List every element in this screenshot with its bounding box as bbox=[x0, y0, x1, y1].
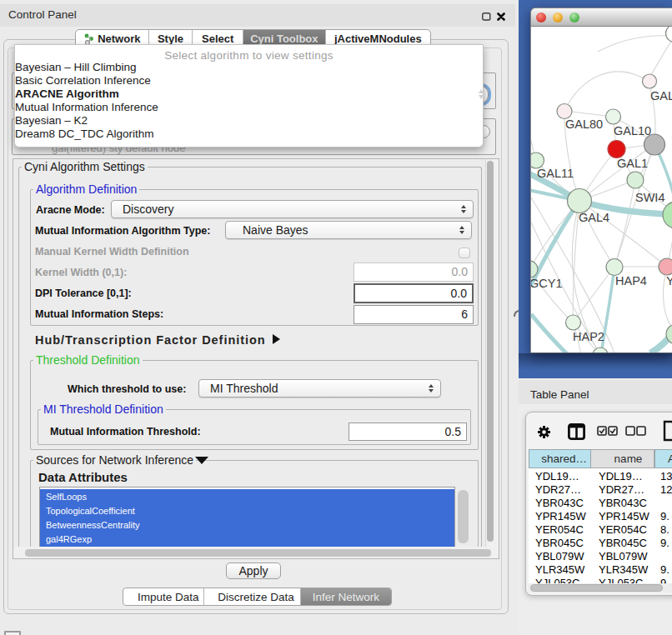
svg-text:GAL11: GAL11 bbox=[537, 167, 574, 180]
svg-text:GAL: GAL bbox=[650, 89, 672, 102]
svg-text:SWI4: SWI4 bbox=[635, 191, 664, 204]
svg-text:GAL10: GAL10 bbox=[614, 124, 651, 138]
svg-text:GAL1: GAL1 bbox=[617, 157, 648, 170]
svg-text:GAL80: GAL80 bbox=[565, 118, 603, 131]
svg-text:HAP2: HAP2 bbox=[573, 330, 604, 343]
svg-text:Y: Y bbox=[666, 274, 672, 288]
svg-text:HAP4: HAP4 bbox=[615, 274, 647, 288]
svg-text:GCY1: GCY1 bbox=[531, 277, 563, 290]
svg-text:GAL4: GAL4 bbox=[579, 211, 609, 224]
